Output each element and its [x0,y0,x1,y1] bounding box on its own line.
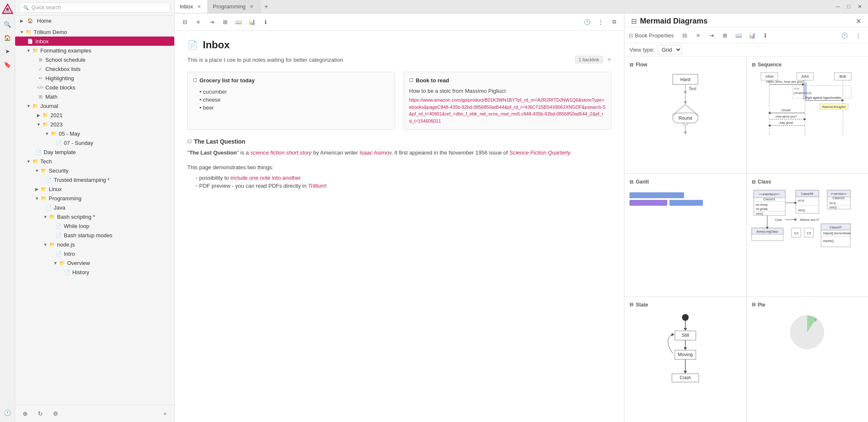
sidebar-item-intro[interactable]: 📄 Intro [15,249,174,258]
sidebar-item-trillium-demo[interactable]: ▼ 📁 Trillium Demo [15,27,174,37]
window-restore[interactable]: □ [844,2,854,12]
svg-text:How about you?: How about you? [776,115,797,118]
tab-inbox[interactable]: Inbox ✕ [175,0,208,13]
sidebar-item-programming[interactable]: ▼ 📁 Programming [15,194,174,203]
sidebar-item-history[interactable]: 📄 History [15,267,174,277]
collapse-sidebar-button[interactable]: « [160,409,170,419]
gantt-diagram-cell: ⊟ Gantt [624,174,746,296]
bp-icon6[interactable]: 📊 [746,29,758,41]
sidebar-item-school-schedule[interactable]: ⊞ School schedule [15,55,174,64]
sidebar-item-math[interactable]: ⊞ Math [15,92,174,101]
bp-icon5[interactable]: 📖 [733,29,745,41]
sidebar-item-2023[interactable]: ▼ 📁 2023 [15,120,174,129]
toolbar-list[interactable]: ≡ [192,16,204,28]
svg-text:Moving: Moving [678,352,692,357]
flow-diagram-cell: ⊟ Flow Hard Text [624,57,746,173]
sidebar-icon-bookmarks[interactable]: 🔖 [2,59,13,71]
note-icon-history: 📄 [64,269,71,275]
split-pane-button[interactable]: ⧉ [608,16,620,28]
svg-text:int id: int id [798,199,804,202]
book-link[interactable]: https://www.amazon.com/gp/product/B01K3W… [409,97,606,123]
refresh-button[interactable]: ↻ [34,408,46,419]
sidebar-icon-nav[interactable]: ➤ [2,45,13,57]
bp-icon2[interactable]: ≡ [692,29,704,41]
trillium-demo-arrow: ▼ [18,29,25,35]
sidebar-item-bash-scripting[interactable]: ▼ 📁 Bash scripting * [15,212,174,221]
sidebar-item-code-blocks[interactable]: </> Code blocks [15,83,174,92]
sidebar-item-nodejs[interactable]: ▼ 📁 node.js [15,240,174,249]
search-input[interactable]: 🔍 Quick search [19,3,170,13]
linux-arrow: ▶ [34,186,40,192]
sidebar-icon-home[interactable]: 🏠 [2,32,13,44]
bp-history-icon[interactable]: 🕐 [839,29,850,41]
toolbar-info[interactable]: ℹ [260,16,271,28]
sidebar-item-07-sunday[interactable]: 📄 07 - Sunday [15,138,174,147]
sidebar-item-trusted-timestamping[interactable]: 📄 Trusted timestamping * [15,175,174,184]
year-2023-label: 2023 [50,121,171,128]
add-tab-button[interactable]: + [260,1,272,13]
bp-icon7[interactable]: ℹ [760,29,771,41]
toolbar-chart[interactable]: 📊 [246,16,258,28]
toolbar-history[interactable]: 🕐 [581,16,593,28]
close-inbox-tab[interactable]: ✕ [196,3,202,10]
sidebar-item-day-template[interactable]: 📄 Day template [15,147,174,157]
trillium-link[interactable]: Trillium [308,183,325,189]
sidebar-item-highlighting[interactable]: ✏ Highlighting [15,73,174,83]
sidebar-item-formatting-examples[interactable]: ▼ 📁 Formatting examples [15,46,174,55]
sidebar-icon-history[interactable]: 🕐 [2,407,13,419]
bp-icon1[interactable]: ⊟ [679,29,691,41]
bp-icon4[interactable]: ⊞ [719,29,731,41]
sidebar-item-security[interactable]: ▼ 📁 Security [15,166,174,175]
asimov-link[interactable]: Isaac Asimov [359,149,391,156]
programming-label: Programming [49,195,171,202]
svg-marker-12 [684,131,687,135]
toolbar-book[interactable]: 📖 [233,16,244,28]
close-programming-tab[interactable]: ✕ [248,3,255,10]
window-close[interactable]: ✕ [855,2,865,12]
sidebar-item-journal[interactable]: ▼ 📁 Journal [15,101,174,110]
backlink-badge[interactable]: 1 backlink [575,56,603,63]
settings-button[interactable]: ⚙ [50,408,61,419]
add-note-button[interactable]: ⊕ [19,408,31,419]
include-link[interactable]: include one note into another [231,175,301,181]
toolbar-indent[interactable]: ⇥ [206,16,218,28]
sidebar-item-java[interactable]: 📄 Java [15,203,174,212]
flow-icon: ⊟ [629,62,633,68]
svg-text:<<service>>: <<service>> [830,192,847,195]
sidebar-item-2021[interactable]: ▶ 📁 2021 [15,110,174,120]
sidebar-item-05-may[interactable]: ▼ 📁 05 - May [15,129,174,138]
book-card: ☐ Book to read How to be a stoic from Ma… [404,72,611,130]
note-icon-inbox: 📄 [27,38,34,45]
sidebar-item-checkbox-lists[interactable]: ✓ Checkbox lists [15,64,174,73]
toolbar-more[interactable]: ⋮ [595,16,606,28]
sidebar-item-inbox[interactable]: 📄 Inbox [15,37,174,46]
book-props-label[interactable]: Book Properties [635,32,674,39]
window-minimize[interactable]: ─ [833,2,843,12]
view-type-select[interactable]: Grid List [657,45,682,55]
sf-link[interactable]: science fiction [250,149,285,156]
svg-rect-46 [629,200,667,206]
grocery-item-cheese: • cheese [199,96,390,104]
close-backlink[interactable]: ✕ [607,57,611,63]
day-template-label: Day template [44,149,171,155]
sidebar-item-tech[interactable]: ▼ 📁 Tech [15,157,174,166]
bullet-include: ◦ possibility to include one note into a… [196,174,611,182]
note-subtitle: This is a place I use to put notes waiti… [187,57,571,63]
toolbar-table[interactable]: ⊞ [219,16,231,28]
sidebar-item-while-loop[interactable]: 📄 While loop [15,221,174,231]
toolbar-formatting[interactable]: ⊟ [179,16,191,28]
sidebar-item-overview[interactable]: ▼ 📁 Overview [15,258,174,267]
sidebar-item-linux[interactable]: ▶ 📁 Linux [15,184,174,194]
tab-programming[interactable]: Programming ✕ [208,0,260,13]
sidebar-icon-search[interactable]: 🔍 [2,18,13,30]
folder-icon-formatting: 📁 [32,47,39,54]
last-question-icon: ☐ [187,139,191,144]
sfq-link[interactable]: Science Fiction Quarterly [509,149,570,156]
svg-marker-105 [684,371,687,374]
mermaid-close-button[interactable]: ✕ [856,17,861,25]
sidebar-item-home[interactable]: ▶ 🏠 Home [15,16,174,26]
grocery-card: ☐ Grocery list for today • cucumber • ch… [187,72,395,130]
sidebar-item-bash-startup[interactable]: 📄 Bash startup modes [15,231,174,240]
bp-more-icon[interactable]: ⋮ [852,29,864,41]
bp-icon3[interactable]: ⇥ [706,29,718,41]
